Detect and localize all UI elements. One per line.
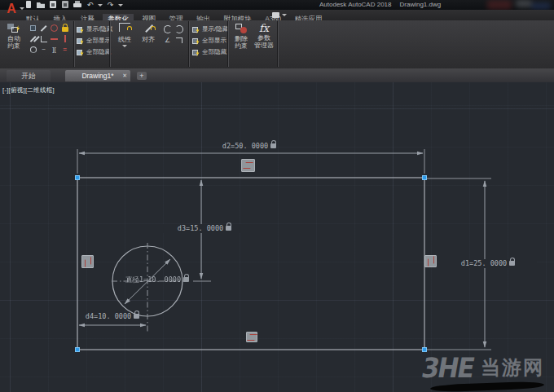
radius-constraint-icon[interactable]	[174, 24, 184, 34]
linear-dropdown-icon	[122, 45, 127, 47]
aligned-label: 对齐	[142, 36, 155, 43]
d1-value: d1=25. 0000	[461, 259, 507, 267]
panel-divider	[109, 21, 110, 67]
dimension-show-hide-button[interactable]: 显示/隐藏	[192, 25, 228, 33]
grip-top-left[interactable]	[75, 175, 80, 180]
coincident-constraint-icon[interactable]	[28, 23, 38, 33]
plot-icon[interactable]	[73, 1, 82, 9]
geometry-show-hide-button[interactable]: 显示/隐藏	[77, 25, 112, 33]
vertical-constraint-icon[interactable]	[59, 33, 70, 44]
new-drawing-tab-button[interactable]: +	[137, 72, 147, 80]
dimension-text-d3[interactable]: d3=15. 0000	[156, 224, 253, 233]
ribbon-toggle-caret-icon	[282, 14, 287, 16]
equal-constraint-icon[interactable]: =	[59, 44, 70, 55]
delete-constraints-button[interactable]: 删除 约束	[231, 23, 252, 50]
dimension-text-d4[interactable]: d4=10. 0000	[78, 312, 147, 321]
dimension-show-all-button[interactable]: 全部显示	[192, 37, 226, 45]
dimension-text-diameter[interactable]: 直径1=10. 0000	[112, 275, 202, 284]
save-icon[interactable]	[49, 1, 58, 9]
dimension-constraint-icons: ∠	[162, 24, 185, 46]
dimension-text-d2[interactable]: d2=50. 0000	[196, 142, 303, 151]
file-tab-drawing1[interactable]: Drawing1* ✕	[65, 70, 130, 81]
smooth-constraint-icon[interactable]: ~	[38, 44, 49, 55]
ribbon-display-toggle[interactable]	[272, 11, 287, 19]
delete-constraints-label-2: 约束	[235, 42, 248, 50]
undo-icon[interactable]: ↶	[86, 1, 95, 9]
icon-square-front	[11, 27, 18, 33]
show-hide-icon	[77, 26, 84, 33]
auto-constrain-button[interactable]: 自动 约束	[2, 23, 25, 50]
concentric-constraint-icon[interactable]	[49, 23, 59, 33]
lock-icon	[226, 226, 231, 231]
aligned-dimension-icon	[142, 23, 155, 36]
dimension-hide-all-button[interactable]: 全部隐藏	[192, 48, 226, 56]
show-all-label: 全部显示	[86, 37, 111, 45]
undo-dropdown-icon[interactable]	[98, 4, 103, 7]
parallel-icon	[85, 257, 91, 267]
dim-show-all-label: 全部显示	[202, 37, 226, 45]
save-as-icon[interactable]	[61, 1, 70, 9]
linear-dimension-button[interactable]: 线性	[114, 23, 135, 47]
close-tab-icon[interactable]: ✕	[122, 70, 127, 81]
delete-constraints-label-1: 删除	[235, 35, 248, 42]
diameter-value: 直径1=10. 0000	[125, 275, 181, 284]
diameter-constraint-icon[interactable]: ∠	[162, 35, 173, 46]
dim-show-hide-label: 显示/隐藏	[202, 25, 228, 33]
d4-value: d4=10. 0000	[86, 312, 131, 320]
lock-icon	[509, 261, 515, 266]
panel-divider	[277, 21, 278, 67]
symmetric-constraint-icon[interactable]: ][	[49, 44, 59, 55]
autocad-logo-icon[interactable]: A	[2, 0, 20, 18]
window-title: Autodesk AutoCAD 2018Drawing1.dwg	[319, 1, 507, 8]
watermark: 3HE 当游网	[422, 353, 544, 382]
auto-constrain-label-2: 约束	[7, 42, 20, 50]
parameters-manager-button[interactable]: fx 参数 管理器	[252, 23, 276, 49]
geometric-constraints-grid: ~ ][ =	[28, 23, 72, 56]
parallel-icon	[243, 162, 253, 169]
quick-access-toolbar: ↶ ↷	[24, 1, 123, 9]
geometry-hide-all-button[interactable]: 全部隐藏	[77, 48, 111, 56]
angular-constraint-icon[interactable]	[162, 24, 173, 34]
doc-title: Drawing1.dwg	[400, 1, 442, 8]
dimension-text-d1[interactable]: d1=25. 0000	[439, 259, 537, 268]
ribbon-toggle-icon	[272, 12, 279, 18]
parameters-manager-label-2: 管理器	[254, 42, 274, 49]
drawing-canvas[interactable]: [-][俯视][二维线框] d2=50. 0000 d3=15. 0	[0, 82, 554, 392]
open-file-icon[interactable]	[37, 1, 46, 9]
perpendicular-constraint-icon[interactable]	[38, 33, 49, 44]
app-title: Autodesk AutoCAD 2018	[319, 1, 392, 8]
rectangle-outline[interactable]	[77, 178, 424, 350]
grip-top-right[interactable]	[422, 175, 427, 180]
panel-divider	[73, 21, 74, 67]
ribbon: 自动 约束 ~ ][ = 显示/隐藏 全部显示 全部隐藏 几何 ◢ 线性	[0, 20, 554, 69]
file-tab-bar: 开始 Drawing1* ✕ +	[0, 68, 554, 83]
collinear-constraint-icon[interactable]	[38, 23, 49, 33]
fix-constraint-icon[interactable]	[59, 23, 70, 33]
hide-all-label: 全部隐藏	[86, 48, 111, 56]
lock-icon	[270, 143, 276, 148]
grip-bottom-left[interactable]	[75, 347, 80, 352]
d3-value: d3=15. 0000	[178, 224, 223, 232]
parallel-constraint-badge-top[interactable]	[241, 159, 255, 172]
horizontal-constraint-icon[interactable]	[49, 33, 59, 44]
aligned-dimension-button[interactable]: 对齐	[138, 23, 159, 43]
tangent-constraint-icon[interactable]	[28, 44, 38, 55]
delete-constraints-icon	[235, 23, 248, 35]
dim-show-all-icon	[192, 37, 200, 45]
panel-divider	[227, 21, 228, 67]
redo-icon[interactable]: ↷	[106, 1, 115, 9]
file-tab-start[interactable]: 开始	[7, 70, 51, 81]
redo-dropdown-icon[interactable]	[118, 4, 123, 7]
d2-value: d2=50. 0000	[222, 142, 268, 150]
new-file-icon[interactable]	[24, 1, 33, 9]
linear-label: 线性	[118, 36, 131, 43]
lock-icon	[134, 314, 139, 319]
parameters-manager-label-1: 参数	[257, 34, 270, 42]
parallel-constraint-badge-right[interactable]	[424, 255, 437, 267]
geometry-show-all-button[interactable]: 全部显示	[77, 37, 111, 45]
convert-dimension-icon[interactable]	[174, 35, 184, 46]
parallel-icon	[428, 256, 434, 266]
parallel-constraint-icon[interactable]	[28, 33, 38, 44]
parallel-constraint-badge-left[interactable]	[81, 255, 94, 268]
parallel-constraint-badge-bottom[interactable]	[246, 332, 257, 342]
